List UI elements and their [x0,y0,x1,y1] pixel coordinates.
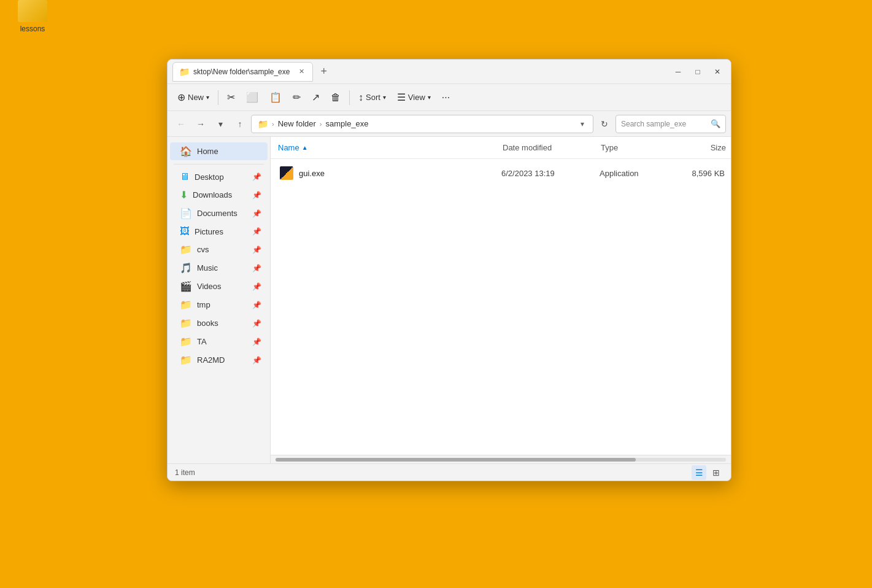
tab-folder-icon: 📁 [179,67,190,77]
sidebar-cvs-pin: 📌 [252,246,261,254]
col-name-header[interactable]: Name ▲ [271,141,498,155]
col-type-header[interactable]: Type [596,141,669,155]
view-button[interactable]: ☰ View ▾ [392,88,436,106]
sort-chevron-icon: ▾ [383,94,386,101]
maximize-button[interactable]: □ [689,63,706,80]
sidebar-ra2md-pin: 📌 [252,356,261,365]
sidebar-music-label: Music [197,263,247,273]
recent-button[interactable]: ▾ [212,115,229,133]
search-icon: 🔍 [711,119,720,128]
minimize-button[interactable]: ─ [669,63,687,80]
ta-sidebar-icon: 📁 [180,336,192,347]
scrollbar-thumb[interactable] [276,458,636,462]
back-button[interactable]: ← [172,115,190,133]
toolbar-sep-2 [349,90,350,105]
rename-button[interactable]: ✏ [288,88,306,106]
documents-sidebar-icon: 📄 [180,207,192,219]
copy-button[interactable]: ⬜ [241,88,263,106]
view-chevron-icon: ▾ [428,94,431,101]
cvs-sidebar-icon: 📁 [180,244,192,255]
sidebar-ra2md-label: RA2MD [197,355,247,365]
sidebar-item-books[interactable]: 📁 books 📌 [170,314,268,332]
sidebar-item-home[interactable]: 🏠 Home [170,142,268,160]
up-button[interactable]: ↑ [231,115,249,133]
desktop-icon-lessons[interactable]: lessons [11,0,54,33]
file-date: 6/2/2023 13:19 [496,166,595,180]
window-tab[interactable]: 📁 sktop\New folder\sample_exe ✕ [172,62,313,82]
status-bar: 1 item ☰ ⊞ [168,463,731,481]
sidebar-item-ta[interactable]: 📁 TA 📌 [170,333,268,350]
rename-icon: ✏ [293,91,301,103]
sidebar-videos-pin: 📌 [252,282,261,291]
col-date-header[interactable]: Date modified [498,141,596,155]
share-button[interactable]: ↗ [307,88,325,106]
file-name: gui.exe [299,169,325,178]
col-type-label: Type [601,143,618,152]
sidebar-item-desktop[interactable]: 🖥 Desktop 📌 [170,168,268,185]
toolbar: ⊕ New ▾ ✂ ⬜ 📋 ✏ ↗ 🗑 ↕ Sort ▾ ☰ [168,84,731,111]
sidebar-videos-label: Videos [197,282,247,291]
sidebar-pictures-label: Pictures [195,227,247,236]
search-box[interactable]: Search sample_exe 🔍 [615,115,726,133]
delete-icon: 🗑 [331,92,341,103]
paste-button[interactable]: 📋 [264,88,287,106]
file-column-header: Name ▲ Date modified Type Size [271,137,731,159]
sidebar-item-music[interactable]: 🎵 Music 📌 [170,259,268,277]
sidebar-books-pin: 📌 [252,319,261,328]
file-name-cell: gui.exe [272,163,496,183]
addr-dropdown-button[interactable]: ▾ [578,118,587,130]
more-button[interactable]: ··· [437,89,455,106]
refresh-button[interactable]: ↻ [596,115,613,133]
sidebar-divider-1 [174,164,264,164]
addressbar-row: ← → ▾ ↑ 📁 › New folder › sample_exe ▾ ↻ … [168,111,731,137]
sidebar-desktop-label: Desktop [195,172,247,182]
sidebar: 🏠 Home 🖥 Desktop 📌 ⬇ Downloads 📌 📄 Docum… [168,137,271,463]
new-tab-button[interactable]: + [317,64,331,79]
sidebar-item-documents[interactable]: 📄 Documents 📌 [170,204,268,222]
sidebar-item-pictures[interactable]: 🖼 Pictures 📌 [170,223,268,240]
sidebar-cvs-label: cvs [197,245,247,254]
view-label: View [408,93,425,102]
col-size-header[interactable]: Size [669,141,731,155]
sidebar-home-label: Home [197,147,261,156]
sidebar-item-ra2md[interactable]: 📁 RA2MD 📌 [170,351,268,369]
search-placeholder-text: Search sample_exe [621,120,707,128]
toolbar-sep-1 [218,90,218,105]
copy-icon: ⬜ [246,91,258,103]
books-sidebar-icon: 📁 [180,317,192,329]
sidebar-item-videos[interactable]: 🎬 Videos 📌 [170,277,268,295]
table-row[interactable]: gui.exe 6/2/2023 13:19 Application 8,596… [272,160,730,187]
sidebar-pictures-pin: 📌 [252,227,261,236]
desktop-icon-image [18,0,47,22]
tab-title: sktop\New folder\sample_exe [193,68,290,76]
list-view-button[interactable]: ☰ [692,465,706,480]
address-bar[interactable]: 📁 › New folder › sample_exe ▾ [251,115,593,133]
addr-chevron-2: › [320,120,322,128]
sort-icon: ↕ [358,92,363,103]
grid-view-button[interactable]: ⊞ [709,465,723,480]
forward-button[interactable]: → [192,115,209,133]
close-button[interactable]: ✕ [709,63,726,80]
delete-button[interactable]: 🗑 [326,89,345,106]
share-icon: ↗ [312,91,320,103]
file-area: Name ▲ Date modified Type Size [271,137,731,463]
sidebar-item-cvs[interactable]: 📁 cvs 📌 [170,241,268,258]
tab-close-button[interactable]: ✕ [297,67,306,76]
horizontal-scrollbar[interactable] [271,455,731,463]
new-button[interactable]: ⊕ New ▾ [172,88,214,106]
sidebar-item-tmp[interactable]: 📁 tmp 📌 [170,296,268,314]
new-icon: ⊕ [177,91,185,103]
sidebar-item-downloads[interactable]: ⬇ Downloads 📌 [170,186,268,204]
file-list: gui.exe 6/2/2023 13:19 Application 8,596… [271,159,731,455]
col-name-sort-icon: ▲ [302,144,308,151]
addr-part-sample-exe: sample_exe [325,119,368,128]
cut-button[interactable]: ✂ [222,88,240,106]
sort-button[interactable]: ↕ Sort ▾ [353,89,391,106]
downloads-sidebar-icon: ⬇ [180,189,188,201]
sidebar-tmp-pin: 📌 [252,301,261,309]
file-icon [279,166,294,180]
addr-chevron-1: › [272,120,274,128]
main-content: 🏠 Home 🖥 Desktop 📌 ⬇ Downloads 📌 📄 Docum… [168,137,731,463]
sidebar-downloads-label: Downloads [193,190,247,199]
sidebar-documents-label: Documents [197,209,247,218]
